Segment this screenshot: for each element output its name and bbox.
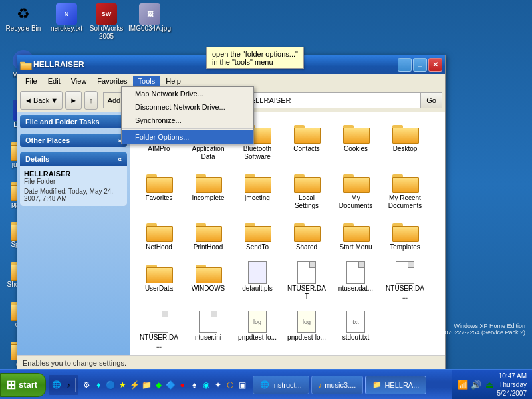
file-item[interactable]: Incomplete (185, 167, 231, 213)
tooltip-line1: open the "folder options..." (212, 50, 298, 58)
up-arrow-icon: ↑ (89, 96, 93, 104)
menu-view[interactable]: View (66, 76, 92, 86)
ql-icon-6[interactable]: 📁 (141, 380, 152, 390)
file-item[interactable]: default.pls (234, 257, 281, 304)
file-item[interactable]: Favorites (136, 167, 182, 213)
ql-icon-10[interactable]: ♠ (189, 380, 200, 390)
desktop-icon-solidworks[interactable]: SW SolidWorks 2005 (86, 3, 126, 41)
folder-icon (245, 172, 270, 193)
tooltip-line2: in the "tools" menu (212, 58, 298, 66)
ql-icon-4[interactable]: ★ (117, 380, 128, 390)
tray-network-icon[interactable]: 📶 (458, 380, 468, 390)
menu-tools[interactable]: Tools (133, 76, 161, 86)
ql-icon-12[interactable]: ✦ (213, 380, 223, 390)
folder-icon (196, 221, 221, 242)
menu-help[interactable]: Help (160, 76, 186, 86)
file-item[interactable]: NTUSER.DA... (136, 307, 182, 353)
nero-icon: N (56, 3, 77, 25)
file-item[interactable]: logpnpdtest-lo... (283, 307, 330, 353)
file-item[interactable]: Local Settings (283, 167, 330, 213)
minimize-button[interactable]: _ (398, 58, 412, 72)
file-item[interactable]: ntuser.ini (185, 307, 231, 353)
menu-edit[interactable]: Edit (43, 76, 66, 86)
windows-logo-icon: ⊞ (6, 378, 16, 392)
file-item[interactable]: logpnpdtest-lo... (234, 307, 281, 353)
system-tray: 📶 🔊 ⏏ 10:47 AM Thursday 5/24/2007 (452, 370, 533, 399)
image-icon: 🖼 (139, 3, 160, 25)
music-icon: ♪ (319, 381, 323, 389)
file-item[interactable]: NTUSER.DAT (283, 257, 330, 304)
file-item[interactable]: WINDOWS (185, 257, 231, 304)
quick-launch: 🌐 ♪ (49, 375, 78, 395)
forward-button[interactable]: ► (65, 91, 82, 110)
file-item[interactable]: My Recent Documents (382, 167, 428, 213)
taskbar: ⊞ start 🌐 ♪ ⚙ ♦ 🔵 ★ ⚡ 📁 ◆ 🔷 ● ♠ ◉ ✦ ⬡ ▣ … (0, 369, 532, 399)
tray-safety-remove-icon[interactable]: ⏏ (484, 380, 495, 390)
close-button[interactable]: ✕ (428, 58, 442, 72)
quick-media-icon[interactable]: ♪ (63, 380, 74, 390)
file-item[interactable]: Shared (283, 216, 330, 255)
desktop-icon-recycle[interactable]: ♻ Recycle Bin (3, 3, 43, 33)
tray-volume-icon[interactable]: 🔊 (471, 380, 481, 390)
menu-separator (122, 128, 253, 129)
ql-icon-9[interactable]: ● (177, 380, 188, 390)
file-item[interactable]: My Documents (332, 167, 379, 213)
file-item[interactable]: jmeeting (234, 167, 281, 213)
file-item[interactable]: PrintHood (185, 216, 231, 255)
quick-ie-icon[interactable]: 🌐 (51, 380, 62, 390)
file-item[interactable]: SendTo (234, 216, 281, 255)
menu-synchronize[interactable]: Synchronize... (122, 114, 253, 127)
main-content: File and Folder Tasks Other Places » Det… (17, 112, 445, 355)
desktop: ♻ Recycle Bin N nerokey.txt SW SolidWork… (0, 0, 532, 369)
menu-folder-options[interactable]: Folder Options... (122, 130, 253, 144)
desktop-icon-nero[interactable]: N nerokey.txt (47, 3, 86, 33)
text-icon: txt (346, 311, 365, 333)
go-button[interactable]: Go (421, 92, 442, 108)
menu-disconnect-network[interactable]: Disconnect Network Drive... (122, 100, 253, 114)
file-item[interactable]: Desktop (382, 118, 428, 164)
folder-icon (392, 122, 418, 144)
file-item[interactable]: NTUSER.DA... (382, 257, 428, 304)
folder-icon (196, 172, 221, 193)
taskbar-btn-hellra[interactable]: 📁 HELLRA... (365, 376, 426, 394)
file-item[interactable]: txtstdout.txt (332, 307, 379, 353)
up-button[interactable]: ↑ (84, 91, 98, 110)
desktop-icon-img[interactable]: 🖼 IMG0034A.jpg (130, 3, 170, 33)
ql-icon-1[interactable]: ⚙ (81, 380, 92, 390)
ql-icon-2[interactable]: ♦ (93, 380, 104, 390)
generic-file-icon (248, 261, 267, 284)
forward-arrow-icon: ► (70, 96, 77, 104)
back-button[interactable]: ◄ Back ▼ (20, 91, 63, 110)
file-item[interactable]: Cookies (332, 118, 379, 164)
details-type: File Folder (24, 178, 123, 185)
file-item[interactable]: Start Menu (332, 216, 379, 255)
start-button[interactable]: ⊞ start (0, 373, 46, 397)
ql-icon-3[interactable]: 🔵 (105, 380, 116, 390)
file-item[interactable]: UserData (136, 257, 182, 304)
folder-icon (392, 172, 418, 193)
other-title[interactable]: Other Places » (20, 134, 127, 147)
ql-icon-11[interactable]: ◉ (201, 380, 211, 390)
menu-file[interactable]: File (20, 76, 43, 86)
file-item[interactable]: NetHood (136, 216, 182, 255)
menu-favorites[interactable]: Favorites (92, 76, 132, 86)
menu-map-network[interactable]: Map Network Drive... (122, 87, 253, 100)
details-title-bar[interactable]: Details « (20, 152, 127, 166)
document-icon (297, 261, 316, 284)
tools-dropdown: Map Network Drive... Disconnect Network … (121, 86, 254, 144)
taskbar-btn-instruct[interactable]: 🌐 instruct... (253, 376, 309, 394)
sidebar: File and Folder Tasks Other Places » Det… (17, 112, 130, 355)
taskbar-btn-music[interactable]: ♪ music3.... (311, 376, 364, 394)
file-item[interactable]: Templates (382, 216, 428, 255)
ql-icon-14[interactable]: ▣ (237, 380, 247, 390)
ql-icon-5[interactable]: ⚡ (129, 380, 140, 390)
details-content: HELLRAISER File Folder Date Modified: To… (20, 166, 127, 206)
maximize-button[interactable]: □ (413, 58, 427, 72)
file-item[interactable]: Contacts (283, 118, 330, 164)
tasks-title[interactable]: File and Folder Tasks (20, 115, 127, 128)
file-item[interactable]: ntuser.dat... (332, 257, 379, 304)
ql-icon-13[interactable]: ⬡ (225, 380, 235, 390)
ql-icon-8[interactable]: 🔷 (165, 380, 176, 390)
ql-icon-7[interactable]: ◆ (153, 380, 164, 390)
system-clock[interactable]: 10:47 AM Thursday 5/24/2007 (497, 372, 527, 398)
